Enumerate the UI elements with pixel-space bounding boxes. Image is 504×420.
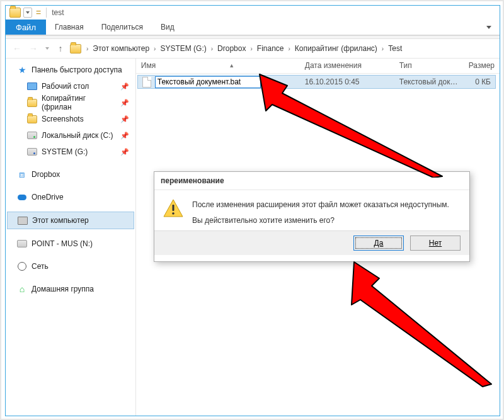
nav-label: SYSTEM (G:)	[42, 147, 88, 156]
dialog-yes-button[interactable]: Да	[353, 236, 404, 251]
rename-input[interactable]	[155, 76, 261, 88]
nav-label: Рабочий стол	[42, 82, 89, 91]
nav-system-g[interactable]: SYSTEM (G:) 📌	[6, 144, 135, 160]
pin-icon: 📌	[120, 115, 129, 123]
dialog-message: После изменения расширения этот файл мож…	[192, 199, 449, 227]
nav-back-button[interactable]: ←	[11, 42, 23, 55]
nav-label: Screenshots	[42, 115, 84, 123]
nav-homegroup[interactable]: ⌂ Домашняя группа	[6, 281, 135, 297]
nav-quick-access[interactable]: ★ Панель быстрого доступа	[6, 62, 135, 78]
dialog-no-button[interactable]: Нет	[410, 236, 461, 251]
nav-point-mus[interactable]: POINT - MUS (N:)	[6, 236, 135, 252]
nav-dropbox[interactable]: ⧈ Dropbox	[6, 166, 135, 183]
svg-point-2	[172, 212, 175, 215]
ribbon-collapse[interactable]	[478, 20, 500, 35]
crumb-finance[interactable]: Finance	[255, 44, 286, 53]
star-icon: ★	[17, 65, 27, 75]
file-type: Текстовый доку…	[395, 77, 464, 86]
nav-label: Сеть	[32, 262, 49, 271]
col-date[interactable]: Дата изменения	[300, 61, 394, 70]
pin-icon: 📌	[120, 132, 129, 140]
nav-up-button[interactable]: ↑	[55, 43, 66, 54]
breadcrumb[interactable]: › Этот компьютер › SYSTEM (G:) › Dropbox…	[70, 44, 495, 54]
ribbon-tabs: Файл Главная Поделиться Вид	[6, 20, 500, 36]
sort-asc-icon: ▲	[229, 62, 234, 69]
navigation-pane: ★ Панель быстрого доступа Рабочий стол 📌…	[6, 58, 136, 416]
crumb-copywriting[interactable]: Копирайтинг (фриланс)	[293, 44, 379, 53]
title-bar: = test	[6, 6, 500, 20]
dialog-line-2: Вы действительно хотите изменить его?	[192, 215, 449, 227]
nav-history-dropdown[interactable]	[43, 47, 51, 50]
col-size[interactable]: Размер	[464, 61, 500, 70]
tab-view[interactable]: Вид	[152, 20, 183, 35]
pin-icon: 📌	[120, 99, 129, 107]
breadcrumb-folder-icon	[70, 44, 81, 54]
nav-label: Домашняя группа	[32, 285, 94, 293]
qat-properties-icon[interactable]: =	[35, 8, 42, 17]
chevron-right-icon[interactable]: ›	[379, 45, 386, 52]
nav-onedrive[interactable]: OneDrive	[6, 189, 135, 205]
text-document-icon	[142, 77, 151, 88]
nav-forward-button[interactable]: →	[27, 42, 40, 55]
crumb-system-g[interactable]: SYSTEM (G:)	[158, 44, 208, 53]
nav-copywriting[interactable]: Копирайтинг (фрилан 📌	[6, 94, 135, 111]
dialog-title: переименование	[154, 172, 469, 190]
folder-icon	[27, 99, 37, 107]
nav-label: Панель быстрого доступа	[32, 65, 122, 74]
nav-label: Dropbox	[32, 170, 60, 179]
quick-access-toolbar: =	[6, 8, 42, 18]
nav-screenshots[interactable]: Screenshots 📌	[6, 111, 135, 127]
tab-home[interactable]: Главная	[46, 20, 93, 35]
nav-label: Локальный диск (C:)	[42, 131, 113, 140]
homegroup-icon: ⌂	[17, 284, 27, 294]
dialog-yes-label: Да	[374, 239, 384, 247]
nav-label: Копирайтинг (фрилан	[42, 94, 116, 111]
nav-label: POINT - MUS (N:)	[32, 239, 93, 248]
chevron-right-icon[interactable]: ›	[248, 45, 255, 52]
app-folder-icon	[9, 8, 21, 18]
separator	[46, 8, 47, 18]
file-row[interactable]: 16.10.2015 0:45 Текстовый доку… 0 КБ	[137, 75, 496, 89]
nav-local-c[interactable]: Локальный диск (C:) 📌	[6, 127, 135, 144]
window-title: test	[50, 8, 64, 17]
tab-file[interactable]: Файл	[6, 20, 46, 35]
rename-warning-dialog: переименование После изменения расширени…	[154, 171, 470, 262]
col-name-label: Имя	[141, 61, 156, 70]
chevron-right-icon[interactable]: ›	[286, 45, 293, 52]
column-headers: Имя ▲ Дата изменения Тип Размер	[136, 58, 500, 74]
nav-desktop[interactable]: Рабочий стол 📌	[6, 78, 135, 94]
qat-dropdown-icon[interactable]	[23, 8, 32, 18]
network-icon	[18, 262, 26, 271]
nav-this-pc[interactable]: Этот компьютер	[7, 212, 134, 229]
nav-network[interactable]: Сеть	[6, 258, 135, 275]
onedrive-icon	[18, 195, 26, 200]
folder-icon	[27, 115, 37, 123]
svg-rect-1	[173, 205, 175, 211]
dropbox-icon: ⧈	[17, 169, 27, 179]
address-bar: ← → ↑ › Этот компьютер › SYSTEM (G:) › D…	[6, 39, 500, 58]
pc-icon	[18, 217, 28, 225]
pin-icon: 📌	[120, 82, 129, 91]
nav-label: Этот компьютер	[32, 216, 89, 225]
chevron-right-icon[interactable]: ›	[84, 45, 91, 52]
desktop-icon	[27, 82, 37, 90]
drive-icon	[27, 148, 37, 156]
nav-label: OneDrive	[32, 193, 64, 201]
dialog-button-row: Да Нет	[154, 230, 469, 255]
crumb-dropbox[interactable]: Dropbox	[215, 44, 248, 53]
chevron-right-icon[interactable]: ›	[209, 45, 215, 52]
file-size: 0 КБ	[464, 77, 495, 86]
tab-share[interactable]: Поделиться	[93, 20, 152, 35]
chevron-right-icon[interactable]: ›	[151, 45, 158, 52]
dialog-line-1: После изменения расширения этот файл мож…	[192, 199, 449, 211]
pin-icon: 📌	[120, 148, 129, 156]
drive-icon	[27, 132, 37, 139]
crumb-this-pc[interactable]: Этот компьютер	[91, 44, 151, 53]
warning-icon	[163, 199, 183, 218]
col-type[interactable]: Тип	[394, 61, 464, 70]
crumb-test[interactable]: Test	[386, 44, 404, 53]
file-date: 16.10.2015 0:45	[301, 77, 395, 86]
drive-icon	[17, 240, 27, 247]
dialog-no-label: Нет	[429, 239, 442, 247]
col-name[interactable]: Имя ▲	[136, 61, 300, 70]
